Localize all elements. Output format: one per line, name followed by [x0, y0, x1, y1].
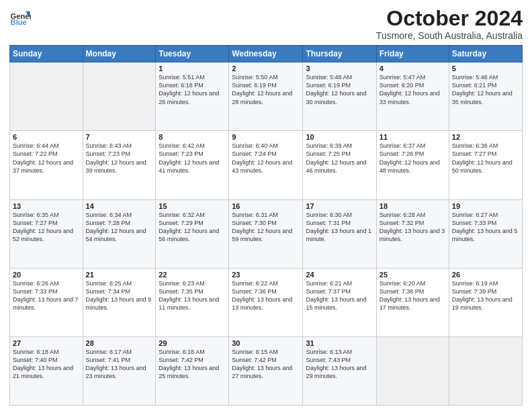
calendar-cell: 1Sunrise: 5:51 AM Sunset: 6:18 PM Daylig… [156, 62, 229, 131]
day-info: Sunrise: 6:26 AM Sunset: 7:33 PM Dayligh… [13, 279, 80, 312]
calendar-cell: 7Sunrise: 6:43 AM Sunset: 7:23 PM Daylig… [83, 131, 156, 199]
calendar-cell: 2Sunrise: 5:50 AM Sunset: 6:19 PM Daylig… [229, 62, 303, 131]
col-saturday: Saturday [449, 46, 522, 62]
day-number: 28 [86, 339, 153, 347]
day-info: Sunrise: 6:21 AM Sunset: 7:37 PM Dayligh… [306, 279, 373, 312]
day-number: 8 [159, 133, 226, 141]
day-number: 21 [86, 271, 153, 279]
calendar-cell: 10Sunrise: 6:39 AM Sunset: 7:25 PM Dayli… [303, 131, 376, 199]
calendar-cell: 15Sunrise: 6:32 AM Sunset: 7:29 PM Dayli… [156, 199, 229, 268]
day-number: 11 [380, 133, 446, 141]
day-number: 25 [380, 271, 446, 279]
day-number: 14 [86, 202, 153, 210]
calendar-week-row: 27Sunrise: 6:18 AM Sunset: 7:40 PM Dayli… [10, 336, 523, 405]
day-number: 23 [232, 271, 300, 279]
calendar-cell: 31Sunrise: 6:13 AM Sunset: 7:43 PM Dayli… [303, 336, 376, 405]
calendar-cell [83, 62, 156, 131]
day-info: Sunrise: 6:23 AM Sunset: 7:35 PM Dayligh… [159, 279, 226, 312]
day-info: Sunrise: 6:30 AM Sunset: 7:31 PM Dayligh… [306, 211, 373, 244]
day-info: Sunrise: 6:40 AM Sunset: 7:24 PM Dayligh… [232, 142, 300, 175]
day-info: Sunrise: 6:34 AM Sunset: 7:28 PM Dayligh… [86, 211, 153, 244]
day-info: Sunrise: 5:50 AM Sunset: 6:19 PM Dayligh… [232, 73, 300, 106]
day-info: Sunrise: 6:18 AM Sunset: 7:40 PM Dayligh… [13, 348, 80, 381]
day-number: 7 [86, 133, 153, 141]
day-number: 4 [380, 64, 446, 73]
day-info: Sunrise: 6:36 AM Sunset: 7:27 PM Dayligh… [452, 142, 519, 175]
day-info: Sunrise: 6:35 AM Sunset: 7:27 PM Dayligh… [13, 211, 80, 244]
col-friday: Friday [376, 46, 449, 62]
day-number: 30 [232, 339, 300, 347]
calendar-cell: 6Sunrise: 6:44 AM Sunset: 7:22 PM Daylig… [10, 131, 83, 199]
calendar-cell: 27Sunrise: 6:18 AM Sunset: 7:40 PM Dayli… [10, 336, 83, 405]
day-info: Sunrise: 6:32 AM Sunset: 7:29 PM Dayligh… [159, 211, 226, 244]
day-info: Sunrise: 5:47 AM Sunset: 6:20 PM Dayligh… [380, 73, 446, 106]
calendar-cell: 24Sunrise: 6:21 AM Sunset: 7:37 PM Dayli… [303, 268, 376, 336]
calendar-cell: 18Sunrise: 6:28 AM Sunset: 7:32 PM Dayli… [376, 199, 449, 268]
col-sunday: Sunday [10, 46, 83, 62]
calendar-cell: 26Sunrise: 6:19 AM Sunset: 7:39 PM Dayli… [449, 268, 522, 336]
calendar-cell: 22Sunrise: 6:23 AM Sunset: 7:35 PM Dayli… [156, 268, 229, 336]
day-info: Sunrise: 6:15 AM Sunset: 7:42 PM Dayligh… [232, 348, 300, 381]
day-number: 17 [306, 202, 373, 210]
calendar-week-row: 13Sunrise: 6:35 AM Sunset: 7:27 PM Dayli… [10, 199, 523, 268]
calendar-cell: 16Sunrise: 6:31 AM Sunset: 7:30 PM Dayli… [229, 199, 303, 268]
title-block: October 2024 Tusmore, South Australia, A… [376, 7, 523, 41]
col-monday: Monday [83, 46, 156, 62]
day-info: Sunrise: 6:43 AM Sunset: 7:23 PM Dayligh… [86, 142, 153, 175]
day-number: 29 [159, 339, 226, 347]
day-number: 9 [232, 133, 300, 141]
day-number: 5 [452, 64, 519, 73]
day-info: Sunrise: 6:44 AM Sunset: 7:22 PM Dayligh… [13, 142, 80, 175]
day-info: Sunrise: 6:13 AM Sunset: 7:43 PM Dayligh… [306, 348, 373, 381]
calendar-cell: 20Sunrise: 6:26 AM Sunset: 7:33 PM Dayli… [10, 268, 83, 336]
calendar-cell [449, 336, 522, 405]
day-number: 10 [306, 133, 373, 141]
calendar-cell: 5Sunrise: 5:46 AM Sunset: 6:21 PM Daylig… [449, 62, 522, 131]
calendar-week-row: 6Sunrise: 6:44 AM Sunset: 7:22 PM Daylig… [10, 131, 523, 199]
calendar-cell: 13Sunrise: 6:35 AM Sunset: 7:27 PM Dayli… [10, 199, 83, 268]
calendar-cell: 3Sunrise: 5:48 AM Sunset: 6:19 PM Daylig… [303, 62, 376, 131]
day-info: Sunrise: 6:28 AM Sunset: 7:32 PM Dayligh… [380, 211, 446, 244]
calendar-cell: 9Sunrise: 6:40 AM Sunset: 7:24 PM Daylig… [229, 131, 303, 199]
day-info: Sunrise: 5:51 AM Sunset: 6:18 PM Dayligh… [159, 73, 226, 106]
day-info: Sunrise: 6:37 AM Sunset: 7:26 PM Dayligh… [380, 142, 446, 175]
day-number: 2 [232, 64, 300, 73]
day-info: Sunrise: 6:20 AM Sunset: 7:38 PM Dayligh… [380, 279, 446, 312]
calendar-cell: 17Sunrise: 6:30 AM Sunset: 7:31 PM Dayli… [303, 199, 376, 268]
calendar-cell [10, 62, 83, 131]
day-number: 18 [380, 202, 446, 210]
day-info: Sunrise: 6:22 AM Sunset: 7:36 PM Dayligh… [232, 279, 300, 312]
calendar-cell: 11Sunrise: 6:37 AM Sunset: 7:26 PM Dayli… [376, 131, 449, 199]
calendar-cell: 8Sunrise: 6:42 AM Sunset: 7:23 PM Daylig… [156, 131, 229, 199]
day-info: Sunrise: 6:16 AM Sunset: 7:42 PM Dayligh… [159, 348, 226, 381]
page: General Blue October 2024 Tusmore, South… [0, 0, 532, 411]
calendar-cell: 12Sunrise: 6:36 AM Sunset: 7:27 PM Dayli… [449, 131, 522, 199]
col-tuesday: Tuesday [156, 46, 229, 62]
day-number: 26 [452, 271, 519, 279]
day-number: 16 [232, 202, 300, 210]
day-number: 1 [159, 64, 226, 73]
day-info: Sunrise: 5:48 AM Sunset: 6:19 PM Dayligh… [306, 73, 373, 106]
day-number: 31 [306, 339, 373, 347]
calendar-cell: 29Sunrise: 6:16 AM Sunset: 7:42 PM Dayli… [156, 336, 229, 405]
day-info: Sunrise: 6:42 AM Sunset: 7:23 PM Dayligh… [159, 142, 226, 175]
day-number: 6 [13, 133, 80, 141]
calendar-week-row: 20Sunrise: 6:26 AM Sunset: 7:33 PM Dayli… [10, 268, 523, 336]
day-number: 15 [159, 202, 226, 210]
day-info: Sunrise: 6:19 AM Sunset: 7:39 PM Dayligh… [452, 279, 519, 312]
calendar-week-row: 1Sunrise: 5:51 AM Sunset: 6:18 PM Daylig… [10, 62, 523, 131]
day-info: Sunrise: 6:17 AM Sunset: 7:41 PM Dayligh… [86, 348, 153, 381]
calendar-cell: 21Sunrise: 6:25 AM Sunset: 7:34 PM Dayli… [83, 268, 156, 336]
calendar-cell: 14Sunrise: 6:34 AM Sunset: 7:28 PM Dayli… [83, 199, 156, 268]
calendar-cell: 4Sunrise: 5:47 AM Sunset: 6:20 PM Daylig… [376, 62, 449, 131]
svg-text:Blue: Blue [11, 18, 27, 26]
calendar-cell: 25Sunrise: 6:20 AM Sunset: 7:38 PM Dayli… [376, 268, 449, 336]
day-number: 22 [159, 271, 226, 279]
day-number: 3 [306, 64, 373, 73]
logo-icon: General Blue [9, 7, 31, 28]
day-info: Sunrise: 6:39 AM Sunset: 7:25 PM Dayligh… [306, 142, 373, 175]
calendar-cell: 28Sunrise: 6:17 AM Sunset: 7:41 PM Dayli… [83, 336, 156, 405]
calendar-cell [376, 336, 449, 405]
day-info: Sunrise: 6:31 AM Sunset: 7:30 PM Dayligh… [232, 211, 300, 244]
calendar-body: 1Sunrise: 5:51 AM Sunset: 6:18 PM Daylig… [10, 62, 523, 406]
